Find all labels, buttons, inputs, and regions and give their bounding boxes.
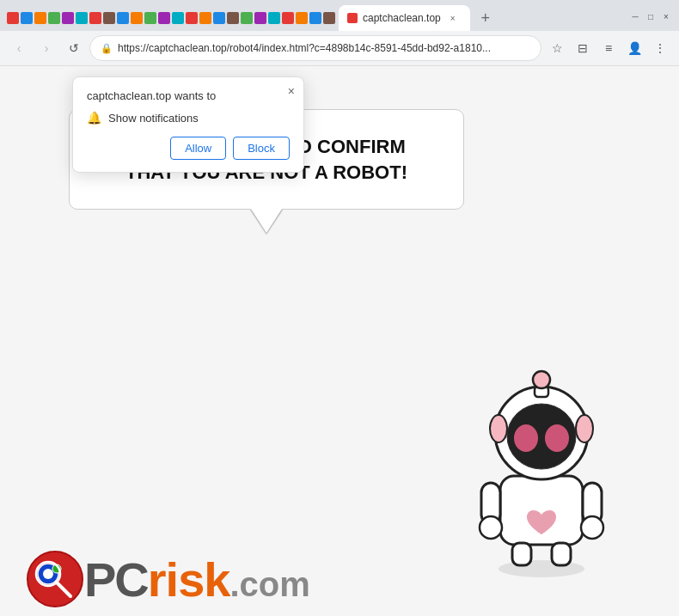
pcrisk-pc-text: PC [84,556,148,604]
favicon-19 [254,12,266,24]
svg-point-14 [576,415,593,442]
forward-button[interactable]: › [34,36,58,60]
popup-permission-row: 🔔 Show notifications [87,111,290,125]
favicon-3 [34,12,46,24]
favicon-area [7,12,335,24]
robot-illustration [456,356,627,582]
window-controls: ─ □ × [629,10,672,26]
pcrisk-logo: PC risk .com [26,550,310,608]
popup-buttons: Allow Block [87,137,290,160]
svg-point-11 [514,424,538,452]
active-tab-title: captchaclean.top [363,12,441,24]
svg-point-5 [581,516,603,539]
menu-icon[interactable]: ⋮ [648,36,672,60]
pcrisk-dotcom-text: .com [229,565,309,604]
favicon-21 [282,12,294,24]
tab-bar: captchaclean.top × + ─ □ × [0,0,679,31]
svg-point-0 [499,560,584,577]
svg-point-4 [480,516,502,539]
favicon-11 [144,12,156,24]
favicon-18 [241,12,253,24]
lock-icon: 🔒 [101,43,113,54]
browser-chrome: captchaclean.top × + ─ □ × ‹ › ↺ 🔒 https… [0,0,679,66]
block-button[interactable]: Block [233,137,290,160]
address-bar-area: ‹ › ↺ 🔒 https://captchaclean.top/robot4/… [0,31,679,65]
favicon-17 [227,12,239,24]
svg-rect-7 [552,543,571,565]
pcrisk-logo-icon [26,550,84,608]
favicon-5 [62,12,74,24]
favicon-10 [131,12,143,24]
page-content: × captchaclean.top wants to 🔔 Show notif… [0,66,679,616]
popup-close-button[interactable]: × [288,84,295,98]
tab-close-button[interactable]: × [446,11,460,25]
permission-text: Show notifications [108,112,199,125]
close-window-button[interactable]: × [660,10,672,22]
favicon-15 [199,12,211,24]
svg-rect-6 [512,543,531,565]
svg-point-13 [490,415,507,442]
toolbar-icons: ☆ ⊟ ≡ 👤 ⋮ [545,36,672,60]
minimize-button[interactable]: ─ [629,10,641,22]
favicon-6 [76,12,88,24]
favicon-16 [213,12,225,24]
favicon-24 [323,12,335,24]
bookmark-icon[interactable]: ☆ [545,36,569,60]
popup-title: captchaclean.top wants to [87,89,290,102]
profile-icon[interactable]: 👤 [622,36,646,60]
favicon-2 [21,12,33,24]
active-tab[interactable]: captchaclean.top × [339,5,470,31]
new-tab-button[interactable]: + [474,6,498,30]
favicon-14 [186,12,198,24]
page-body: × captchaclean.top wants to 🔔 Show notif… [0,66,679,616]
notification-popup: × captchaclean.top wants to 🔔 Show notif… [72,76,304,173]
favicon-23 [309,12,321,24]
favicon-20 [268,12,280,24]
favicon-12 [158,12,170,24]
allow-button[interactable]: Allow [170,137,226,160]
favicon-1 [7,12,19,24]
pcrisk-risk-text: risk [148,552,230,607]
bell-icon: 🔔 [87,111,101,125]
favicon-9 [117,12,129,24]
svg-point-12 [545,424,569,452]
favicon-22 [296,12,308,24]
favicon-13 [172,12,184,24]
back-button[interactable]: ‹ [7,36,31,60]
url-text: https://captchaclean.top/robot4/index.ht… [118,42,530,54]
pcrisk-text-group: PC risk .com [84,552,310,607]
active-tab-favicon [347,13,358,23]
robot-svg [456,356,627,579]
maximize-button[interactable]: □ [645,10,657,22]
svg-point-19 [43,569,53,579]
svg-point-16 [533,371,550,388]
favicon-7 [89,12,101,24]
address-bar[interactable]: 🔒 https://captchaclean.top/robot4/index.… [89,35,541,61]
extensions-icon[interactable]: ≡ [596,36,621,60]
favicon-8 [103,12,115,24]
cast-icon[interactable]: ⊟ [571,36,595,60]
favicon-4 [48,12,60,24]
refresh-button[interactable]: ↺ [62,36,86,60]
